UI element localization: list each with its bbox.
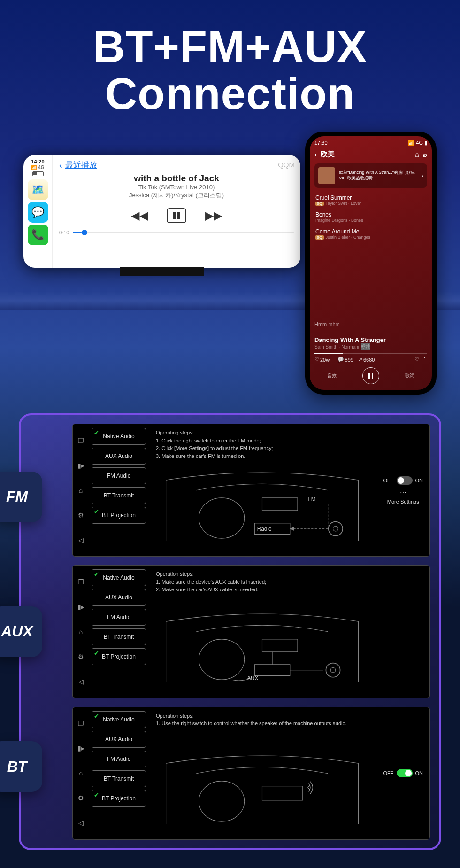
recent-played-link[interactable]: 最近播放	[65, 160, 97, 170]
camera-icon[interactable]: ▮▸	[77, 462, 84, 469]
windows-icon[interactable]: ❐	[78, 578, 84, 586]
menu-native-audio[interactable]: Native Audio	[92, 569, 146, 586]
menu-aux-audio[interactable]: AUX Audio	[92, 448, 146, 465]
device-mount	[120, 267, 204, 276]
settings-icon[interactable]: ⚙	[78, 794, 84, 802]
more-icon[interactable]: ⋮	[422, 356, 427, 362]
home-icon[interactable]: ⌂	[79, 769, 83, 777]
like-button[interactable]: ♡ 20w+	[314, 356, 333, 363]
back-icon[interactable]: ‹	[59, 160, 62, 170]
menu-aux-audio[interactable]: AUX Audio	[92, 589, 146, 606]
menu-fm-audio[interactable]: FM Audio	[92, 467, 146, 484]
camera-icon[interactable]: ▮▸	[77, 744, 84, 752]
device-time: 14:20	[26, 159, 50, 165]
toggle-switch[interactable]	[397, 476, 413, 485]
fm-toggle[interactable]: OFF ON	[383, 476, 423, 485]
source-label: QQM	[278, 161, 295, 169]
chat-app-icon[interactable]: 💬	[28, 202, 48, 223]
maps-app-icon[interactable]: 🗺️	[28, 179, 48, 200]
menu-bt-transmit[interactable]: BT Transmit	[92, 487, 146, 504]
aux-badge: AUX	[0, 606, 42, 657]
home-icon[interactable]: ⌂	[79, 487, 83, 494]
phone-cast-icon[interactable]: ⌂	[415, 150, 419, 158]
playlist-line1: 歌单"Dancing With A Stran..."的热门歌单	[339, 170, 415, 176]
pause-button[interactable]	[167, 208, 186, 223]
svg-point-6	[199, 639, 245, 680]
chevron-right-icon: ›	[422, 173, 423, 178]
back-icon[interactable]: ◁	[78, 678, 84, 685]
menu-bt-transmit[interactable]: BT Transmit	[92, 628, 146, 645]
quality-badge: SQ	[315, 202, 324, 206]
menu-native-audio[interactable]: Native Audio	[92, 428, 146, 445]
fm-menu: Native Audio AUX Audio FM Audio BT Trans…	[89, 424, 149, 556]
now-playing-artist: Sam Smith · Normani	[314, 344, 359, 349]
toggle-on-label: ON	[415, 478, 423, 483]
back-icon[interactable]: ◁	[78, 819, 84, 827]
more-settings-button[interactable]: More Settings	[383, 499, 423, 504]
svg-rect-12	[262, 786, 303, 800]
section-label: Hmm mhm	[314, 321, 427, 327]
menu-aux-audio[interactable]: AUX Audio	[92, 731, 146, 748]
favorite-icon[interactable]: ♡	[414, 356, 419, 362]
elapsed-time: 0:10	[59, 230, 69, 235]
bt-panel: ❐ ▮▸ ⌂ ⚙ ◁ Native Audio AUX Audio FM Aud…	[72, 707, 430, 840]
track-row[interactable]: Come Around Me SQJustin Bieber · Changes	[314, 225, 427, 242]
menu-fm-audio[interactable]: FM Audio	[92, 751, 146, 767]
back-icon[interactable]: ◁	[78, 536, 84, 544]
bt-diagram	[156, 737, 368, 835]
comment-button[interactable]: 💬 899	[337, 356, 353, 363]
phone-progress-bar[interactable]	[314, 353, 427, 354]
progress-bar[interactable]	[73, 232, 294, 233]
device-sidebar: 14:20 📶 4G 🗺️ 💬 📞	[23, 155, 53, 268]
share-button[interactable]: ↗ 6680	[358, 356, 375, 363]
aux-diagram: AUX	[156, 596, 368, 693]
settings-icon[interactable]: ⚙	[78, 512, 84, 519]
phone-back-icon[interactable]: ‹	[314, 150, 317, 158]
menu-bt-projection[interactable]: BT Projection	[92, 507, 146, 524]
phone-tracklist: Cruel Summer SQTaylor Swift · Lover Bone…	[314, 192, 427, 242]
windows-icon[interactable]: ❐	[78, 720, 84, 727]
song-title: with a bottle of Jack	[59, 173, 294, 184]
menu-fm-audio[interactable]: FM Audio	[92, 609, 146, 626]
hero-line2: Connection	[0, 70, 460, 117]
phone-search-icon[interactable]: ⌕	[423, 150, 427, 158]
windows-icon[interactable]: ❐	[78, 437, 84, 444]
settings-icon[interactable]: ⚙	[78, 653, 84, 660]
track-name: Come Around Me	[315, 228, 426, 235]
lower-container: FM AUX BT ❐ ▮▸ ⌂ ⚙ ◁ Native Audio AUX Au…	[19, 413, 441, 850]
next-icon[interactable]: ▶▶	[205, 209, 222, 222]
phone-status-icons: 📶 4G ▮	[408, 140, 427, 146]
svg-point-11	[199, 781, 245, 822]
bt-menu: Native Audio AUX Audio FM Audio BT Trans…	[89, 707, 149, 839]
track-row[interactable]: Bones Imagine Dragons · Bones	[314, 209, 427, 225]
playlist-card[interactable]: 歌单"Dancing With A Stran..."的热门歌单 VIP-欧美热…	[314, 163, 427, 188]
svg-point-10	[330, 668, 336, 673]
menu-bt-transmit[interactable]: BT Transmit	[92, 770, 146, 787]
track-row[interactable]: Cruel Summer SQTaylor Swift · Lover	[314, 192, 427, 209]
home-icon[interactable]: ⌂	[79, 628, 83, 636]
toggle-on-label: ON	[415, 770, 423, 776]
aux-menu: Native Audio AUX Audio FM Audio BT Trans…	[89, 566, 149, 698]
song-album: Tik Tok (SMTown Live 2010)	[59, 184, 294, 192]
phone-pause-button[interactable]	[362, 367, 379, 384]
aux-panel: ❐ ▮▸ ⌂ ⚙ ◁ Native Audio AUX Audio FM Aud…	[72, 565, 430, 698]
menu-bt-projection[interactable]: BT Projection	[92, 648, 146, 665]
svg-rect-1	[262, 498, 298, 511]
camera-icon[interactable]: ▮▸	[77, 603, 84, 611]
prev-icon[interactable]: ◀◀	[131, 209, 148, 222]
phone-app-icon[interactable]: 📞	[28, 225, 48, 245]
playlist-line2: VIP-欧美热歌必听	[339, 176, 415, 181]
sound-effect-button[interactable]: 音效	[327, 372, 337, 379]
phone-page-title: 欧美	[321, 150, 335, 159]
menu-bt-projection[interactable]: BT Projection	[92, 790, 146, 807]
toggle-switch[interactable]	[397, 769, 413, 777]
bt-badge: BT	[0, 741, 42, 792]
lyrics-button[interactable]: 歌词	[405, 372, 414, 379]
more-icon: ⋯	[383, 488, 423, 496]
bt-steps: Operation steps: 1. Use the right switch…	[156, 712, 423, 728]
fm-badge: FM	[0, 472, 42, 522]
menu-native-audio[interactable]: Native Audio	[92, 711, 146, 728]
bt-toggle[interactable]: OFF ON	[383, 769, 423, 777]
hero-title: BT+FM+AUX Connection	[0, 0, 460, 117]
phone-time: 17:30	[314, 140, 328, 146]
